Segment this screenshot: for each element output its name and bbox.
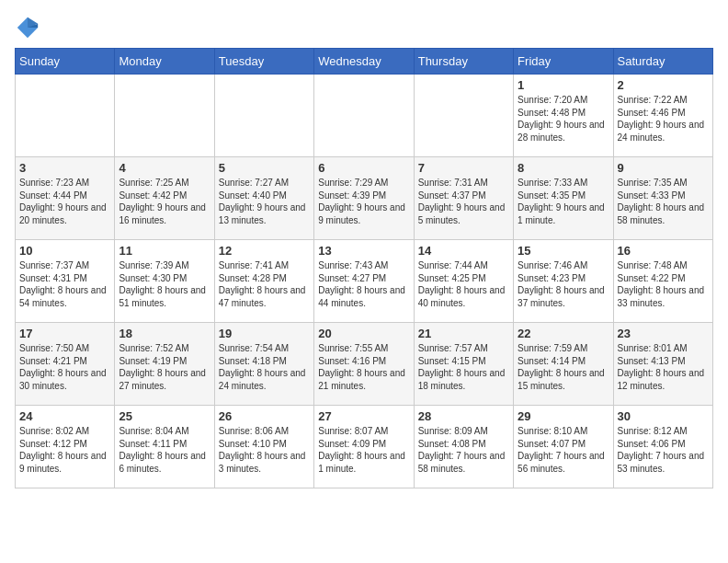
day-cell: 2Sunrise: 7:22 AM Sunset: 4:46 PM Daylig… — [613, 75, 712, 157]
day-info: Sunrise: 7:39 AM Sunset: 4:30 PM Dayligh… — [119, 259, 210, 309]
page-header — [15, 15, 713, 40]
day-cell — [314, 75, 414, 157]
header-saturday: Saturday — [613, 49, 712, 75]
day-number: 3 — [19, 161, 110, 175]
day-number: 18 — [119, 327, 210, 340]
day-cell: 28Sunrise: 8:09 AM Sunset: 4:08 PM Dayli… — [414, 406, 513, 488]
day-cell: 6Sunrise: 7:29 AM Sunset: 4:39 PM Daylig… — [314, 157, 414, 240]
day-cell: 13Sunrise: 7:43 AM Sunset: 4:27 PM Dayli… — [314, 240, 414, 323]
day-info: Sunrise: 8:07 AM Sunset: 4:09 PM Dayligh… — [318, 425, 409, 475]
header-sunday: Sunday — [16, 49, 115, 75]
day-info: Sunrise: 7:52 AM Sunset: 4:19 PM Dayligh… — [119, 342, 210, 392]
day-info: Sunrise: 7:57 AM Sunset: 4:15 PM Dayligh… — [418, 342, 509, 392]
day-cell: 27Sunrise: 8:07 AM Sunset: 4:09 PM Dayli… — [314, 406, 414, 488]
day-info: Sunrise: 7:43 AM Sunset: 4:27 PM Dayligh… — [318, 259, 409, 309]
day-cell — [214, 75, 313, 157]
header-tuesday: Tuesday — [214, 49, 313, 75]
header-thursday: Thursday — [414, 49, 513, 75]
week-row-1: 1Sunrise: 7:20 AM Sunset: 4:48 PM Daylig… — [16, 75, 713, 157]
day-info: Sunrise: 7:48 AM Sunset: 4:22 PM Dayligh… — [618, 259, 709, 309]
day-cell: 20Sunrise: 7:55 AM Sunset: 4:16 PM Dayli… — [314, 323, 414, 406]
day-info: Sunrise: 7:23 AM Sunset: 4:44 PM Dayligh… — [19, 177, 110, 226]
day-number: 1 — [518, 78, 609, 92]
header-wednesday: Wednesday — [314, 49, 414, 75]
day-info: Sunrise: 8:06 AM Sunset: 4:10 PM Dayligh… — [219, 425, 310, 475]
day-cell: 29Sunrise: 8:10 AM Sunset: 4:07 PM Dayli… — [514, 406, 613, 488]
day-number: 27 — [318, 409, 409, 423]
day-cell: 23Sunrise: 8:01 AM Sunset: 4:13 PM Dayli… — [613, 323, 712, 406]
calendar-header-row: SundayMondayTuesdayWednesdayThursdayFrid… — [16, 49, 713, 75]
day-info: Sunrise: 8:02 AM Sunset: 4:12 PM Dayligh… — [19, 425, 110, 475]
logo — [15, 15, 44, 40]
day-number: 4 — [119, 161, 210, 175]
day-number: 15 — [518, 244, 609, 258]
day-number: 17 — [19, 327, 110, 340]
day-number: 16 — [618, 244, 709, 258]
day-cell: 22Sunrise: 7:59 AM Sunset: 4:14 PM Dayli… — [514, 323, 613, 406]
day-info: Sunrise: 8:04 AM Sunset: 4:11 PM Dayligh… — [119, 425, 210, 475]
day-number: 10 — [19, 244, 110, 258]
day-cell: 1Sunrise: 7:20 AM Sunset: 4:48 PM Daylig… — [514, 75, 613, 157]
week-row-4: 17Sunrise: 7:50 AM Sunset: 4:21 PM Dayli… — [16, 323, 713, 406]
calendar-body: 1Sunrise: 7:20 AM Sunset: 4:48 PM Daylig… — [16, 75, 713, 488]
day-cell: 30Sunrise: 8:12 AM Sunset: 4:06 PM Dayli… — [613, 406, 712, 488]
calendar-table: SundayMondayTuesdayWednesdayThursdayFrid… — [15, 48, 713, 488]
day-number: 12 — [219, 244, 310, 258]
day-cell: 10Sunrise: 7:37 AM Sunset: 4:31 PM Dayli… — [16, 240, 115, 323]
day-info: Sunrise: 7:41 AM Sunset: 4:28 PM Dayligh… — [219, 259, 310, 309]
day-cell: 17Sunrise: 7:50 AM Sunset: 4:21 PM Dayli… — [16, 323, 115, 406]
day-info: Sunrise: 7:35 AM Sunset: 4:33 PM Dayligh… — [618, 177, 709, 226]
day-cell: 19Sunrise: 7:54 AM Sunset: 4:18 PM Dayli… — [214, 323, 313, 406]
day-number: 28 — [418, 409, 509, 423]
day-info: Sunrise: 7:31 AM Sunset: 4:37 PM Dayligh… — [418, 177, 509, 226]
day-info: Sunrise: 8:12 AM Sunset: 4:06 PM Dayligh… — [618, 425, 709, 475]
day-number: 30 — [618, 409, 709, 423]
day-cell: 4Sunrise: 7:25 AM Sunset: 4:42 PM Daylig… — [115, 157, 214, 240]
day-number: 24 — [19, 409, 110, 423]
day-info: Sunrise: 8:01 AM Sunset: 4:13 PM Dayligh… — [618, 342, 709, 392]
week-row-3: 10Sunrise: 7:37 AM Sunset: 4:31 PM Dayli… — [16, 240, 713, 323]
day-cell: 12Sunrise: 7:41 AM Sunset: 4:28 PM Dayli… — [214, 240, 313, 323]
day-cell: 7Sunrise: 7:31 AM Sunset: 4:37 PM Daylig… — [414, 157, 513, 240]
day-number: 2 — [618, 78, 709, 92]
day-number: 11 — [119, 244, 210, 258]
day-number: 5 — [219, 161, 310, 175]
day-cell: 14Sunrise: 7:44 AM Sunset: 4:25 PM Dayli… — [414, 240, 513, 323]
day-cell: 16Sunrise: 7:48 AM Sunset: 4:22 PM Dayli… — [613, 240, 712, 323]
day-cell — [16, 75, 115, 157]
day-info: Sunrise: 7:29 AM Sunset: 4:39 PM Dayligh… — [318, 177, 409, 226]
day-info: Sunrise: 7:54 AM Sunset: 4:18 PM Dayligh… — [219, 342, 310, 392]
day-info: Sunrise: 7:25 AM Sunset: 4:42 PM Dayligh… — [119, 177, 210, 226]
day-number: 20 — [318, 327, 409, 340]
day-info: Sunrise: 7:46 AM Sunset: 4:23 PM Dayligh… — [518, 259, 609, 309]
day-info: Sunrise: 8:09 AM Sunset: 4:08 PM Dayligh… — [418, 425, 509, 475]
day-number: 13 — [318, 244, 409, 258]
day-info: Sunrise: 7:59 AM Sunset: 4:14 PM Dayligh… — [518, 342, 609, 392]
week-row-5: 24Sunrise: 8:02 AM Sunset: 4:12 PM Dayli… — [16, 406, 713, 488]
day-cell: 21Sunrise: 7:57 AM Sunset: 4:15 PM Dayli… — [414, 323, 513, 406]
day-info: Sunrise: 7:55 AM Sunset: 4:16 PM Dayligh… — [318, 342, 409, 392]
logo-icon — [15, 15, 40, 40]
day-info: Sunrise: 7:20 AM Sunset: 4:48 PM Dayligh… — [518, 94, 609, 144]
day-number: 7 — [418, 161, 509, 175]
day-number: 23 — [618, 327, 709, 340]
day-cell: 3Sunrise: 7:23 AM Sunset: 4:44 PM Daylig… — [16, 157, 115, 240]
day-cell: 5Sunrise: 7:27 AM Sunset: 4:40 PM Daylig… — [214, 157, 313, 240]
day-number: 14 — [418, 244, 509, 258]
day-number: 26 — [219, 409, 310, 423]
day-cell — [115, 75, 214, 157]
day-number: 19 — [219, 327, 310, 340]
day-cell: 11Sunrise: 7:39 AM Sunset: 4:30 PM Dayli… — [115, 240, 214, 323]
day-number: 29 — [518, 409, 609, 423]
day-number: 6 — [318, 161, 409, 175]
day-info: Sunrise: 7:27 AM Sunset: 4:40 PM Dayligh… — [219, 177, 310, 226]
week-row-2: 3Sunrise: 7:23 AM Sunset: 4:44 PM Daylig… — [16, 157, 713, 240]
day-info: Sunrise: 7:37 AM Sunset: 4:31 PM Dayligh… — [19, 259, 110, 309]
day-number: 25 — [119, 409, 210, 423]
day-cell: 24Sunrise: 8:02 AM Sunset: 4:12 PM Dayli… — [16, 406, 115, 488]
day-cell: 15Sunrise: 7:46 AM Sunset: 4:23 PM Dayli… — [514, 240, 613, 323]
header-monday: Monday — [115, 49, 214, 75]
day-cell: 8Sunrise: 7:33 AM Sunset: 4:35 PM Daylig… — [514, 157, 613, 240]
day-info: Sunrise: 7:50 AM Sunset: 4:21 PM Dayligh… — [19, 342, 110, 392]
day-cell: 26Sunrise: 8:06 AM Sunset: 4:10 PM Dayli… — [214, 406, 313, 488]
